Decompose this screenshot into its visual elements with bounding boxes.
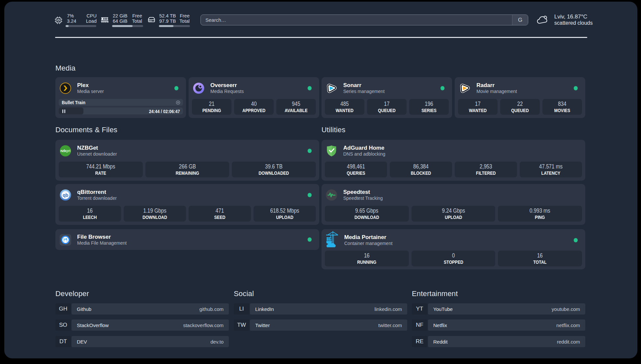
svg-text:qb: qb: [63, 192, 69, 197]
svg-text:nzbget: nzbget: [60, 149, 71, 153]
